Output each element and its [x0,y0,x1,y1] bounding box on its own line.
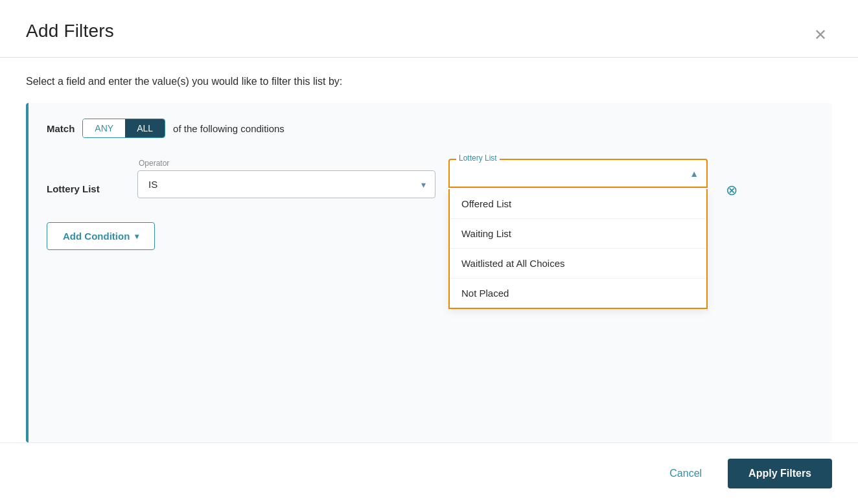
remove-condition-button[interactable]: ⊗ [721,177,743,204]
operator-select-wrapper: IS IS NOT ▾ [137,170,435,198]
dropdown-item-waitlisted-all[interactable]: Waitlisted at All Choices [450,249,706,279]
match-all-button[interactable]: ALL [125,119,165,137]
match-row: Match ANY ALL of the following condition… [47,119,814,138]
lottery-list-group: Lottery List ▲ Offered List Waiting List… [448,159,708,188]
add-condition-label: Add Condition [63,231,130,242]
field-label: Lottery List [47,159,124,194]
operator-label: Operator [137,159,435,168]
remove-icon: ⊗ [726,182,737,199]
match-any-button[interactable]: ANY [83,119,125,137]
add-condition-button[interactable]: Add Condition ▾ [47,222,155,250]
operator-group: Operator IS IS NOT ▾ [137,159,435,198]
add-filters-modal: Add Filters ✕ Select a field and enter t… [0,0,858,504]
modal-footer: Cancel Apply Filters [0,442,858,504]
condition-row: Lottery List Operator IS IS NOT ▾ [47,159,814,204]
lottery-list-dropdown: Offered List Waiting List Waitlisted at … [448,189,708,309]
dropdown-item-offered-list[interactable]: Offered List [450,189,706,219]
modal-title: Add Filters [26,21,114,41]
lottery-list-up-arrow-icon[interactable]: ▲ [690,168,706,179]
cancel-button[interactable]: Cancel [659,463,712,485]
lottery-list-float-label: Lottery List [456,154,500,163]
header-divider [0,57,858,58]
dropdown-item-not-placed[interactable]: Not Placed [450,279,706,308]
close-icon: ✕ [814,26,827,43]
lottery-list-input-wrapper: Lottery List ▲ [448,159,708,188]
filter-container: Match ANY ALL of the following condition… [26,103,832,442]
dropdown-item-waiting-list[interactable]: Waiting List [450,219,706,249]
match-label: Match [47,123,75,134]
operator-select[interactable]: IS IS NOT [138,171,435,198]
instructions-text: Select a field and enter the value(s) yo… [26,76,832,87]
close-button[interactable]: ✕ [809,23,832,47]
add-condition-arrow-icon: ▾ [135,232,139,241]
conditions-text: of the following conditions [173,123,284,134]
modal-overlay: Add Filters ✕ Select a field and enter t… [0,0,858,504]
apply-filters-button[interactable]: Apply Filters [728,459,832,488]
match-toggle-group: ANY ALL [82,119,165,138]
modal-body: Select a field and enter the value(s) yo… [0,71,858,442]
modal-header: Add Filters ✕ [0,0,858,57]
lottery-list-input[interactable] [450,160,690,187]
